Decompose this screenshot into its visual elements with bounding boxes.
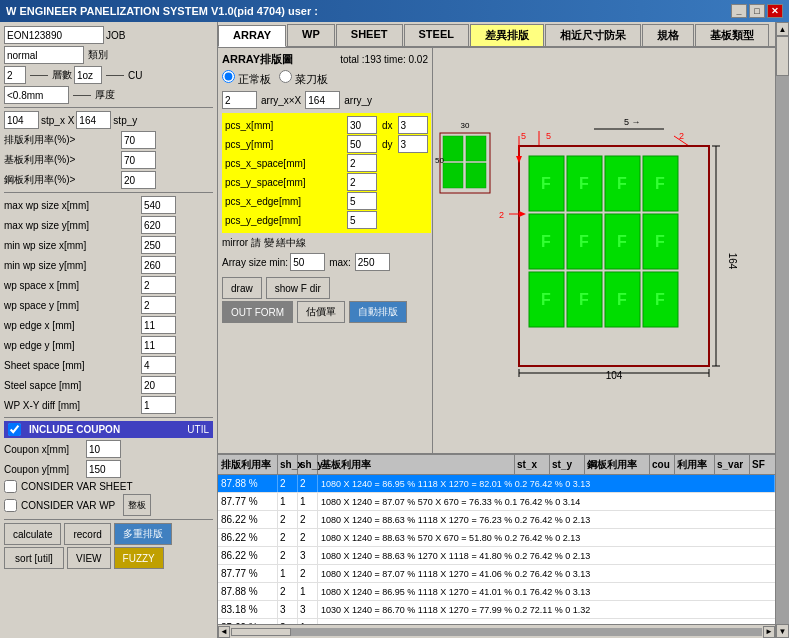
array-x-field[interactable] <box>222 91 257 109</box>
normal-board-radio[interactable]: 正常板 <box>222 70 271 87</box>
wp-edge-x-field[interactable] <box>141 316 176 334</box>
tab-board-type[interactable]: 基板類型 <box>695 24 769 46</box>
scroll-thumb[interactable] <box>231 628 291 636</box>
tab-similar[interactable]: 相近尺寸防呆 <box>545 24 641 46</box>
tab-array[interactable]: ARRAY <box>218 25 286 47</box>
horizontal-scrollbar[interactable]: ◄ ► <box>218 624 775 638</box>
min-wp-x-label: min wp size x[mm] <box>4 240 139 251</box>
scroll-track-v[interactable] <box>776 36 789 624</box>
wp-space-y-field[interactable] <box>141 296 176 314</box>
consider-var-sheet-checkbox[interactable] <box>4 480 17 493</box>
steel-sapce-field[interactable] <box>141 376 176 394</box>
close-button[interactable]: ✕ <box>767 4 783 18</box>
minimize-button[interactable]: _ <box>731 4 747 18</box>
tab-spec[interactable]: 規格 <box>642 24 694 46</box>
layer-field[interactable] <box>4 66 26 84</box>
oz-field[interactable] <box>74 66 102 84</box>
cell-util: 87.77 % <box>218 565 278 582</box>
util1-field[interactable] <box>121 131 156 149</box>
min-wp-x-field[interactable] <box>141 236 176 254</box>
col-header-util-rate: 利用率 <box>675 455 715 474</box>
cell-n2: 3 <box>298 547 318 564</box>
wp-space-y-label: wp space y [mm] <box>4 300 139 311</box>
cell-util: 86.22 % <box>218 547 278 564</box>
array-config: ARRAY排版圖 total :193 time: 0.02 正常板 菜刀板 <box>218 48 433 453</box>
table-row[interactable]: 87.77 % 1 1 1080 X 1240 = 87.07 % 570 X … <box>218 493 775 511</box>
include-coupon-checkbox[interactable] <box>8 423 21 436</box>
array-size-max-field[interactable] <box>355 253 390 271</box>
cell-expr: 1080 X 1240 = 88.63 % 570 X 670 = 51.80 … <box>318 529 775 546</box>
scroll-left-button[interactable]: ◄ <box>218 626 230 638</box>
tab-steel[interactable]: STEEL <box>404 24 469 46</box>
scroll-right-button[interactable]: ► <box>763 626 775 638</box>
col-header-cou: cou <box>650 455 675 474</box>
table-row[interactable]: 86.22 % 2 3 1080 X 1240 = 88.63 % 1270 X… <box>218 547 775 565</box>
util3-label: 鋼板利用率(%)> <box>4 173 119 187</box>
normal-field[interactable] <box>4 46 84 64</box>
util2-field[interactable] <box>121 151 156 169</box>
min-wp-y-field[interactable] <box>141 256 176 274</box>
estimate-button[interactable]: 估價單 <box>297 301 345 323</box>
col-header-util: 排版利用率 <box>218 455 278 474</box>
adjust-button[interactable]: 整板 <box>123 494 151 516</box>
table-row[interactable]: 87.88 % 2 2 1080 X 1240 = 86.95 % 1118 X… <box>218 475 775 493</box>
table-row[interactable]: 87.88 % 2 1 1080 X 1240 = 86.95 % 1118 X… <box>218 583 775 601</box>
multiple-layout-button[interactable]: 多重排版 <box>114 523 172 545</box>
tab-sheet[interactable]: SHEET <box>336 24 403 46</box>
max-wp-y-field[interactable] <box>141 216 176 234</box>
wp-xy-diff-field[interactable] <box>141 396 176 414</box>
view-button[interactable]: VIEW <box>67 547 111 569</box>
coupon-x-field[interactable] <box>86 440 121 458</box>
wp-edge-y-field[interactable] <box>141 336 176 354</box>
pcs-x-space-field[interactable] <box>347 154 377 172</box>
draw-button[interactable]: draw <box>222 277 262 299</box>
pcs-y-edge-field[interactable] <box>347 211 377 229</box>
scroll-down-button[interactable]: ▼ <box>776 624 789 638</box>
knife-board-radio[interactable]: 菜刀板 <box>279 70 328 87</box>
sort-button[interactable]: sort [util] <box>4 547 64 569</box>
consider-var-wp-checkbox[interactable] <box>4 499 17 512</box>
wp-space-x-field[interactable] <box>141 276 176 294</box>
cell-n1: 2 <box>278 529 298 546</box>
cell-expr: 1080 X 1240 = 86.95 % 1118 X 1270 = 82.0… <box>318 475 775 492</box>
oz-sep: —— <box>106 70 124 80</box>
stp-x-field[interactable] <box>4 111 39 129</box>
dy-field[interactable] <box>398 135 428 153</box>
array-size-min-field[interactable] <box>290 253 325 271</box>
table-row[interactable]: 83.18 % 3 3 1030 X 1240 = 86.70 % 1118 X… <box>218 601 775 619</box>
dx-field[interactable] <box>398 116 428 134</box>
array-y-field[interactable] <box>305 91 340 109</box>
out-form-button[interactable]: OUT FORM <box>222 301 293 323</box>
table-row[interactable]: 86.22 % 2 2 1080 X 1240 = 88.63 % 570 X … <box>218 529 775 547</box>
tab-wp[interactable]: WP <box>287 24 335 46</box>
pcs-y-field[interactable] <box>347 135 377 153</box>
sheet-space-field[interactable] <box>141 356 176 374</box>
tab-diff[interactable]: 差異排版 <box>470 24 544 46</box>
calculate-button[interactable]: calculate <box>4 523 61 545</box>
scroll-up-button[interactable]: ▲ <box>776 22 789 36</box>
pcs-x-field[interactable] <box>347 116 377 134</box>
stp-x-label: stp_x X <box>41 115 74 126</box>
stp-y-field[interactable] <box>76 111 111 129</box>
table-row[interactable]: 86.22 % 2 2 1080 X 1240 = 88.63 % 1118 X… <box>218 511 775 529</box>
max-wp-x-field[interactable] <box>141 196 176 214</box>
thickness-field[interactable] <box>4 86 69 104</box>
mirror-label: mirror 請 變 繕中線 <box>222 236 431 250</box>
table-row[interactable]: 87.77 % 1 2 1080 X 1240 = 87.07 % 1118 X… <box>218 565 775 583</box>
record-button[interactable]: record <box>64 523 110 545</box>
coupon-y-field[interactable] <box>86 460 121 478</box>
pcs-y-space-field[interactable] <box>347 173 377 191</box>
dx-label: dx <box>382 120 393 131</box>
vertical-scrollbar[interactable]: ▲ ▼ <box>775 22 789 638</box>
auto-layout-button[interactable]: 自動排版 <box>349 301 407 323</box>
fuzzy-button[interactable]: FUZZY <box>114 547 164 569</box>
job-field[interactable] <box>4 26 104 44</box>
scroll-track[interactable] <box>231 628 762 636</box>
util3-field[interactable] <box>121 171 156 189</box>
scroll-thumb-v[interactable] <box>776 36 789 76</box>
array-y-label: arry_y <box>344 95 372 106</box>
col-header-sf: SF <box>750 455 775 474</box>
show-f-dir-button[interactable]: show F dir <box>266 277 330 299</box>
pcs-x-edge-field[interactable] <box>347 192 377 210</box>
maximize-button[interactable]: □ <box>749 4 765 18</box>
